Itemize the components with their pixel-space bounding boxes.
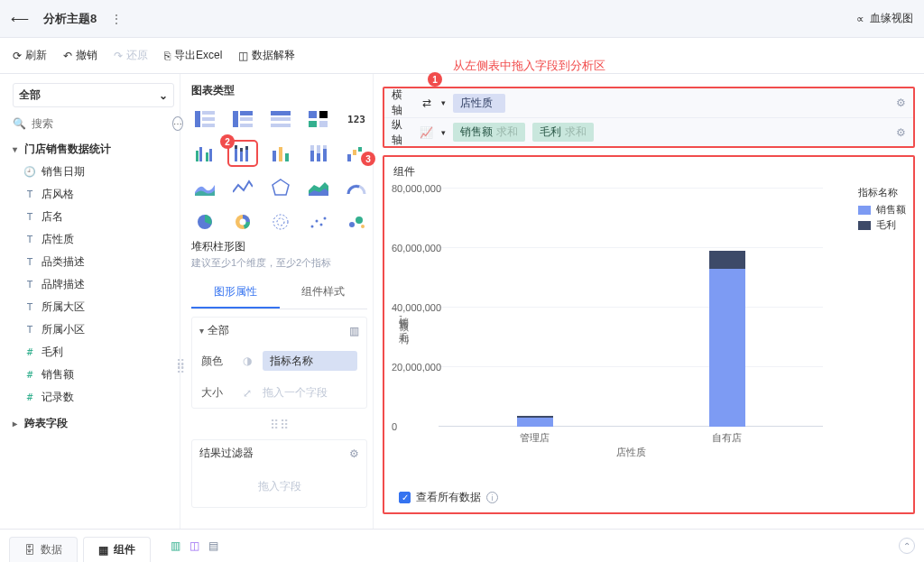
x-axis-swap-icon[interactable]: ⇄ [417, 93, 436, 113]
chart-type-cross-table[interactable] [229, 107, 256, 131]
bar-icon[interactable]: ▥ [349, 325, 359, 337]
size-config-icon[interactable]: ⤢ [243, 387, 252, 400]
y-axis-field-chip[interactable]: 销售额求和 [453, 123, 525, 142]
cross-table-fields[interactable]: 跨表字段 [13, 416, 174, 431]
info-icon[interactable]: i [486, 492, 498, 503]
field-item[interactable]: 品牌描述 [23, 273, 174, 296]
color-label: 颜色 [201, 354, 232, 369]
svg-rect-23 [245, 150, 248, 161]
search-input[interactable] [32, 117, 167, 130]
tab-graphic-properties[interactable]: 图形属性 [191, 277, 280, 309]
block-drag-handle[interactable]: ⠿⠿ [191, 418, 367, 432]
chart-type-stacked-area[interactable] [305, 176, 332, 199]
view-all-checkbox[interactable]: ✓ [399, 492, 411, 503]
tab-data[interactable]: 🗄 数据 [9, 537, 78, 562]
field-item[interactable]: 销售日期 [23, 161, 174, 183]
chevron-down-icon[interactable]: ▾ [441, 98, 446, 107]
field-item[interactable]: 店风格 [23, 183, 174, 206]
svg-rect-8 [271, 111, 291, 115]
attr-all-toggle[interactable]: 全部 [199, 323, 229, 338]
tab-component-style[interactable]: 组件样式 [280, 277, 368, 309]
y-axis-chart-icon[interactable]: 📈 [417, 123, 436, 143]
add-component-icon[interactable]: ▤ [208, 539, 218, 552]
chart-type-column[interactable] [267, 142, 294, 165]
field-item[interactable]: 店名 [23, 206, 174, 228]
kebab-menu-icon[interactable]: ⋮ [111, 13, 122, 25]
text-type-icon [23, 324, 36, 336]
chart-type-grouped-table[interactable] [191, 107, 218, 131]
chart-type-gauge[interactable] [343, 176, 370, 199]
tab-component-label: 组件 [114, 542, 135, 557]
chevron-down-icon[interactable]: ▾ [441, 128, 446, 137]
tab-component[interactable]: ▦ 组件 [83, 537, 151, 562]
field-label: 品类描述 [42, 254, 85, 270]
svg-rect-7 [240, 124, 253, 127]
text-type-icon [23, 234, 36, 245]
chart-type-kpi-card[interactable] [305, 107, 332, 131]
filter-title: 结果过滤器 [199, 446, 254, 461]
chart-type-donut[interactable] [229, 210, 256, 234]
interpret-label: 数据解释 [252, 48, 295, 63]
bar-group[interactable] [709, 251, 745, 427]
x-axis-settings-icon[interactable]: ⚙ [896, 97, 906, 109]
chart-canvas: 销售额, 毛利 店性质 020,000,00040,000,00060,000,… [439, 183, 895, 454]
y-axis-settings-icon[interactable]: ⚙ [896, 126, 906, 139]
color-config-icon[interactable]: ◑ [243, 355, 252, 367]
panel-resize-grip[interactable]: ⠿⠿ [176, 363, 186, 372]
field-item[interactable]: 店性质 [23, 228, 174, 251]
chart-type-radar[interactable] [267, 176, 294, 199]
size-drop-zone[interactable]: 拖入一个字段 [263, 385, 357, 401]
svg-rect-6 [240, 117, 253, 121]
collapse-panel-icon[interactable]: ⌃ [899, 538, 915, 554]
add-chart-icon[interactable]: ▥ [171, 539, 180, 552]
chart-type-number[interactable]: 123 [343, 107, 370, 131]
filter-config-icon[interactable]: ⚙ [349, 447, 359, 460]
export-icon: ⎘ [164, 50, 171, 62]
text-type-icon [23, 211, 36, 223]
bar-group[interactable] [517, 416, 553, 427]
field-item[interactable]: 记录数 [23, 386, 174, 409]
field-item[interactable]: 销售额 [23, 364, 174, 386]
chart-type-line[interactable] [229, 176, 256, 199]
refresh-button[interactable]: ⟳ 刷新 [13, 48, 47, 63]
back-icon[interactable]: ⟵ [11, 12, 29, 26]
field-item[interactable]: 毛利 [23, 341, 174, 364]
chart-type-detail-table[interactable] [267, 107, 294, 131]
field-label: 店名 [42, 209, 63, 225]
chart-type-percent-column[interactable] [305, 142, 332, 165]
field-item[interactable]: 所属大区 [23, 296, 174, 318]
svg-point-48 [356, 217, 363, 224]
field-sidebar: 全部 ⌄ 🔍 ⋯ 门店销售数据统计 销售日期 店风格 店名 店性质 品类描述 品… [0, 74, 180, 529]
chart-type-stacked-column[interactable]: 2 [229, 142, 256, 165]
svg-point-42 [277, 218, 284, 226]
x-axis-field-chip[interactable]: 店性质 [453, 94, 505, 113]
undo-button[interactable]: ↶ 撤销 [63, 48, 97, 63]
svg-point-49 [361, 225, 365, 228]
chart-type-column-compare[interactable] [191, 142, 218, 165]
add-layout-icon[interactable]: ◫ [189, 539, 199, 552]
y-tick-label: 20,000,000 [392, 362, 441, 373]
chart-type-area[interactable] [191, 176, 218, 199]
svg-marker-37 [273, 180, 289, 195]
lineage-view-button[interactable]: ∝ 血缘视图 [856, 11, 913, 26]
annotation-badge-2: 2 [220, 134, 235, 149]
filter-all-select[interactable]: 全部 ⌄ [13, 83, 174, 107]
chart-type-bubble[interactable] [343, 210, 370, 234]
chart-type-rose[interactable] [267, 210, 294, 234]
chart-type-pie[interactable] [191, 210, 218, 234]
export-label: 导出Excel [174, 48, 222, 63]
chart-type-scatter[interactable] [305, 210, 332, 234]
color-field-chip[interactable]: 指标名称 [263, 351, 357, 371]
field-label: 销售日期 [42, 164, 85, 180]
field-item[interactable]: 所属小区 [23, 318, 174, 341]
selected-chart-name: 堆积柱形图 [191, 239, 367, 254]
y-axis-field-chip[interactable]: 毛利求和 [532, 123, 594, 142]
y-tick-label: 80,000,000 [392, 183, 441, 194]
data-interpret-button[interactable]: ◫ 数据解释 [238, 48, 295, 63]
filter-drop-zone[interactable]: 拖入字段 [192, 466, 366, 507]
export-excel-button[interactable]: ⎘ 导出Excel [164, 48, 222, 63]
svg-rect-9 [271, 117, 291, 121]
field-item[interactable]: 品类描述 [23, 251, 174, 273]
table-node[interactable]: 门店销售数据统计 [13, 142, 174, 157]
main-area: 全部 ⌄ 🔍 ⋯ 门店销售数据统计 销售日期 店风格 店名 店性质 品类描述 品… [0, 74, 924, 530]
